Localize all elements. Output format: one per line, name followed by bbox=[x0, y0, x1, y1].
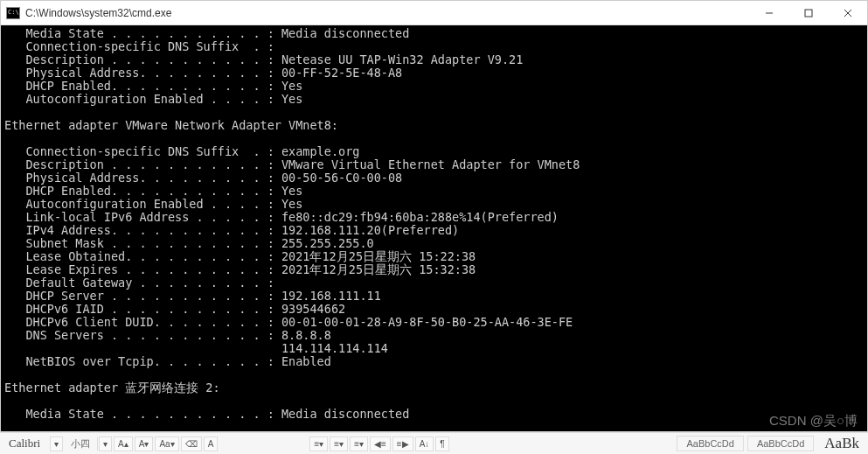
size-dropdown-icon[interactable]: ▾ bbox=[99, 437, 112, 451]
maximize-button[interactable] bbox=[788, 1, 828, 24]
clear-format-icon[interactable]: ⌫ bbox=[181, 437, 202, 451]
line: DHCPv6 IAID . . . . . . . . . . . : 9395… bbox=[4, 302, 345, 316]
font-size[interactable]: 小四 bbox=[64, 437, 98, 451]
line: Media State . . . . . . . . . . . : Medi… bbox=[4, 407, 409, 421]
line: Lease Obtained. . . . . . . . . . : 2021… bbox=[4, 249, 476, 263]
line: Description . . . . . . . . . . . : VMwa… bbox=[4, 157, 580, 171]
style-heading[interactable]: AaBk bbox=[816, 435, 868, 452]
cmd-window: C:\Windows\system32\cmd.exe Media State … bbox=[0, 0, 868, 432]
grow-font-icon[interactable]: A▴ bbox=[114, 437, 133, 451]
line: Physical Address. . . . . . . . . : 00-5… bbox=[4, 171, 402, 185]
line: Lease Expires . . . . . . . . . . : 2021… bbox=[4, 262, 476, 276]
change-case-icon[interactable]: Aa▾ bbox=[155, 437, 178, 451]
minimize-button[interactable] bbox=[749, 1, 788, 24]
line: Connection-specific DNS Suffix . : bbox=[4, 39, 274, 53]
line: Link-local IPv6 Address . . . . . : fe80… bbox=[4, 210, 559, 224]
style-normal[interactable]: AaBbCcDd bbox=[677, 436, 743, 451]
font-dropdown-icon[interactable]: ▾ bbox=[50, 437, 63, 451]
adapter-header: Ethernet adapter 蓝牙网络连接 2: bbox=[4, 381, 220, 395]
line: Physical Address. . . . . . . . . : 00-F… bbox=[4, 66, 402, 80]
close-button[interactable] bbox=[828, 1, 867, 24]
cmd-icon bbox=[6, 7, 20, 19]
line: DHCP Enabled. . . . . . . . . . . : Yes bbox=[4, 79, 302, 93]
decrease-indent-icon[interactable]: ◀≡ bbox=[370, 437, 391, 451]
style-nospace[interactable]: AaBbCcDd bbox=[747, 436, 814, 451]
line: Subnet Mask . . . . . . . . . . . : 255.… bbox=[4, 236, 374, 250]
line: Autoconfiguration Enabled . . . . : Yes bbox=[4, 197, 302, 211]
sort-icon[interactable]: A↓ bbox=[415, 437, 434, 451]
line: DHCP Server . . . . . . . . . . . : 192.… bbox=[4, 289, 381, 303]
line: Autoconfiguration Enabled . . . . : Yes bbox=[4, 92, 302, 106]
window-controls bbox=[749, 1, 867, 24]
line: Default Gateway . . . . . . . . . : bbox=[4, 276, 274, 290]
window-title: C:\Windows\system32\cmd.exe bbox=[25, 7, 749, 19]
shrink-font-icon[interactable]: A▾ bbox=[135, 437, 154, 451]
line: DNS Servers . . . . . . . . . . . : 8.8.… bbox=[4, 328, 331, 342]
titlebar[interactable]: C:\Windows\system32\cmd.exe bbox=[1, 1, 867, 25]
line: IPv4 Address. . . . . . . . . . . : 192.… bbox=[4, 223, 459, 237]
line: DHCPv6 Client DUID. . . . . . . . : 00-0… bbox=[4, 315, 573, 329]
bullet-list-icon[interactable]: ≡▾ bbox=[309, 437, 328, 451]
line: Connection-specific DNS Suffix . : examp… bbox=[4, 144, 359, 158]
line: NetBIOS over Tcpip. . . . . . . . : Enab… bbox=[4, 354, 331, 368]
word-ribbon-strip: Calibri ▾ 小四 ▾ A▴ A▾ Aa▾ ⌫ A ≡▾ ≡▾ ≡▾ ◀≡… bbox=[0, 432, 868, 454]
line: Media State . . . . . . . . . . . : Medi… bbox=[4, 26, 409, 40]
svg-rect-1 bbox=[805, 10, 812, 17]
paragraph-icon[interactable]: ¶ bbox=[435, 437, 448, 451]
line: Description . . . . . . . . . . . : Nete… bbox=[4, 52, 523, 66]
console-output[interactable]: Media State . . . . . . . . . . . : Medi… bbox=[1, 25, 867, 431]
line: 114.114.114.114 bbox=[4, 341, 388, 355]
adapter-header: Ethernet adapter VMware Network Adapter … bbox=[4, 118, 338, 132]
line: DHCP Enabled. . . . . . . . . . . : Yes bbox=[4, 184, 302, 198]
a-btn[interactable]: A bbox=[204, 437, 219, 451]
increase-indent-icon[interactable]: ≡▶ bbox=[392, 437, 413, 451]
font-selector[interactable]: Calibri bbox=[0, 437, 49, 451]
number-list-icon[interactable]: ≡▾ bbox=[330, 437, 348, 451]
multilevel-list-icon[interactable]: ≡▾ bbox=[350, 437, 368, 451]
